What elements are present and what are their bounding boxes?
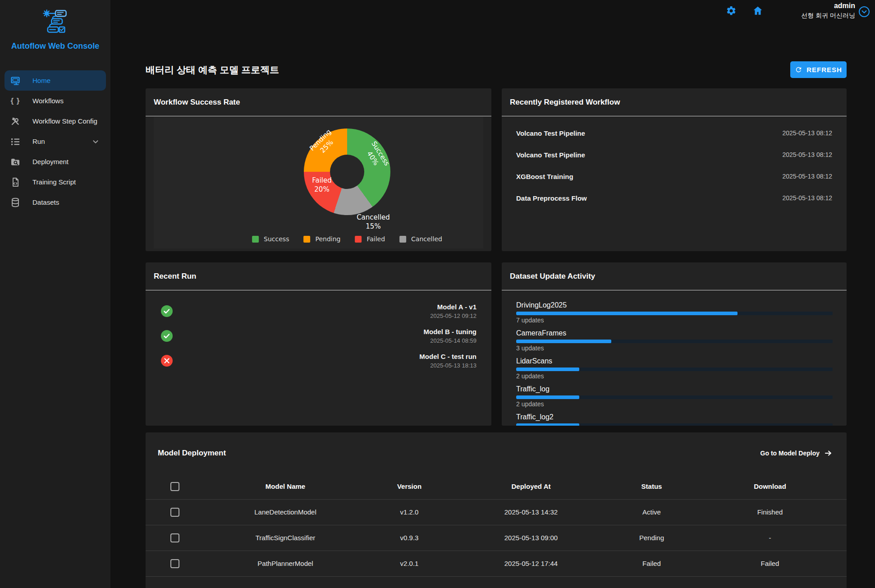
sidebar-item-label: Deployment: [32, 158, 69, 165]
chevron-down-icon: [91, 137, 101, 147]
sidebar-item-workflow-step-config[interactable]: Workflow Step Config: [5, 111, 106, 131]
cell-model-name: TrafficSignClassifier: [204, 525, 366, 551]
monitor-icon: [10, 75, 21, 86]
dataset-progress-track: [516, 395, 833, 399]
dataset-progress-fill: [516, 423, 579, 426]
deployment-table: Model NameVersionDeployed AtStatusDownlo…: [146, 474, 847, 577]
column-header-model-name: Model Name: [204, 474, 366, 499]
workflow-logo-icon: [39, 9, 72, 35]
sidebar-item-label: Training Script: [32, 178, 76, 186]
dataset-progress-track: [516, 312, 833, 315]
row-checkbox[interactable]: [170, 508, 179, 517]
sidebar-item-datasets[interactable]: Datasets: [5, 192, 106, 212]
table-row: TrafficSignClassifierv0.9.32025-05-13 09…: [146, 525, 847, 551]
dataset-progress-track: [516, 423, 833, 426]
run-name: Model C - test run: [419, 353, 476, 360]
sidebar-item-deployment[interactable]: Deployment: [5, 152, 106, 172]
workflow-timestamp: 2025-05-13 08:12: [782, 151, 832, 158]
run-timestamp: 2025-05-12 09:12: [430, 312, 476, 319]
home-icon[interactable]: [752, 5, 764, 18]
run-row: Model C - test run2025-05-13 18:13: [146, 348, 491, 373]
card-workflow-success-rate: Workflow Success Rate Success 40%Pending…: [146, 88, 491, 251]
cell-version: v2.0.1: [366, 551, 452, 576]
sidebar-item-label: Datasets: [32, 198, 59, 206]
dataset-updates-label: 3 updates: [516, 345, 833, 352]
card-title: Workflow Success Rate: [154, 98, 240, 107]
sidebar-item-home[interactable]: Home: [5, 70, 106, 91]
tools-icon: [10, 116, 21, 127]
refresh-label: REFRESH: [806, 66, 842, 74]
legend-item-success: Success: [252, 235, 289, 243]
card-title: Dataset Update Activity: [510, 272, 595, 281]
failed-x-icon: [160, 354, 173, 367]
app-title: Autoflow Web Console: [0, 41, 110, 51]
app-logo: [0, 9, 110, 35]
column-header-version: Version: [366, 474, 452, 499]
refresh-button[interactable]: REFRESH: [790, 61, 847, 78]
workflow-name: XGBoost Training: [516, 173, 573, 180]
dataset-name: CameraFrames: [516, 329, 833, 337]
folder-search-icon: [10, 156, 21, 167]
cell-model-name: PathPlannerModel: [204, 551, 366, 576]
table-row: PathPlannerModelv2.0.12025-05-12 17:44Fa…: [146, 551, 847, 576]
run-name: Model A - v1: [430, 303, 476, 311]
column-header-status: Status: [610, 474, 693, 499]
sidebar-item-workflows[interactable]: { }Workflows: [5, 91, 106, 111]
page-title: 배터리 상태 예측 모델 프로젝트: [146, 64, 279, 76]
cell-deployed-at: 2025-05-13 14:32: [452, 499, 610, 525]
column-header-download: Download: [693, 474, 847, 499]
dataset-progress-fill: [516, 395, 579, 399]
sidebar-item-run[interactable]: Run: [5, 131, 106, 152]
sidebar-item-label: Workflow Step Config: [32, 117, 97, 125]
sidebar-item-training-script[interactable]: Training Script: [5, 172, 106, 192]
cell-download: Failed: [693, 551, 847, 576]
dataset-progress-track: [516, 368, 833, 371]
legend-swatch: [399, 236, 406, 243]
list-icon: [10, 136, 21, 147]
card-model-deployment: Model Deployment Go to Model Deploy Mode…: [146, 432, 847, 588]
dataset-name: Traffic_log: [516, 385, 833, 393]
row-checkbox[interactable]: [170, 533, 179, 542]
cell-deployed-at: 2025-05-13 09:00: [452, 525, 610, 551]
settings-icon[interactable]: [726, 5, 737, 18]
card-title: Model Deployment: [158, 449, 226, 458]
legend-swatch: [252, 236, 259, 243]
legend-item-cancelled: Cancelled: [399, 235, 442, 243]
card-recent-run: Recent Run Model A - v12025-05-12 09:12M…: [146, 262, 491, 426]
cell-version: v1.2.0: [366, 499, 452, 525]
dataset-item: DrivingLog20257 updates: [516, 301, 833, 324]
cell-status: Active: [610, 499, 693, 525]
dataset-progress-track: [516, 340, 833, 343]
dataset-updates-label: 2 updates: [516, 372, 833, 380]
legend-item-pending: Pending: [303, 235, 340, 243]
go-to-model-deploy-link[interactable]: Go to Model Deploy: [760, 449, 832, 457]
row-checkbox[interactable]: [170, 559, 179, 568]
workflow-row: Data Preprocess Flow2025-05-13 08:12: [502, 187, 847, 209]
user-role: 선형 회귀 머신러닝: [801, 12, 855, 20]
slice-label-failed: Failed 20%: [312, 176, 332, 194]
legend-swatch: [303, 236, 310, 243]
workflow-row: Volcano Test Pipeline2025-05-13 08:12: [502, 144, 847, 165]
card-title: Recent Run: [154, 272, 196, 281]
column-header-deployed-at: Deployed At: [452, 474, 610, 499]
account-dropdown-icon[interactable]: [858, 6, 870, 19]
chart-legend: SuccessPendingFailedCancelled: [252, 235, 442, 243]
dataset-updates-label: 2 updates: [516, 400, 833, 408]
workflow-row: XGBoost Training2025-05-13 08:12: [502, 165, 847, 187]
run-name: Model B - tuning: [424, 328, 476, 335]
dataset-progress-fill: [516, 368, 579, 371]
app-root: Autoflow Web Console Home{ }WorkflowsWor…: [0, 0, 875, 588]
workflow-name: Volcano Test Pipeline: [516, 151, 585, 159]
braces-icon: { }: [10, 96, 21, 106]
workflow-name: Data Preprocess Flow: [516, 194, 587, 202]
table-row: LaneDetectionModelv1.2.02025-05-13 14:32…: [146, 499, 847, 525]
select-all-checkbox[interactable]: [170, 482, 179, 491]
card-dataset-update-activity: Dataset Update Activity DrivingLog20257 …: [502, 262, 847, 426]
sidebar-item-label: Workflows: [32, 97, 64, 105]
success-check-icon: [160, 330, 173, 342]
user-block: admin 선형 회귀 머신러닝: [801, 2, 855, 20]
cell-download: Finished: [693, 499, 847, 525]
card-title: Recently Registered Workflow: [510, 98, 620, 107]
card-recently-registered-workflow: Recently Registered Workflow Volcano Tes…: [502, 88, 847, 251]
dataset-progress-fill: [516, 312, 738, 315]
